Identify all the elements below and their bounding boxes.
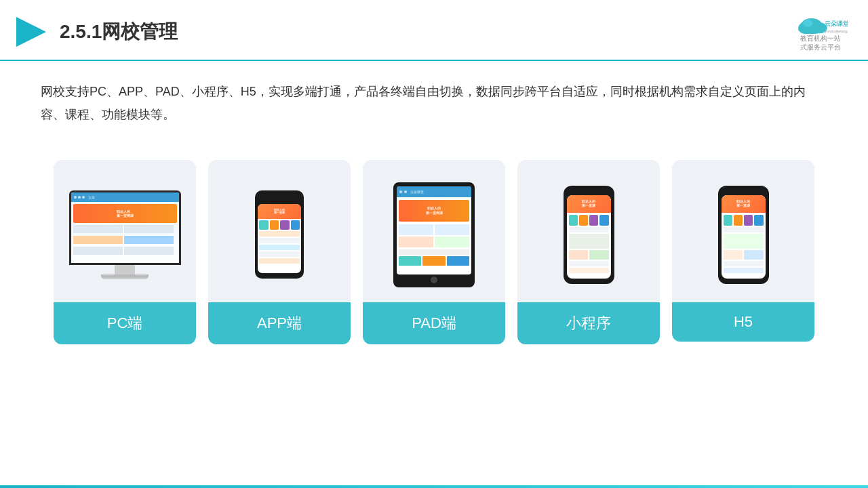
svg-point-5 bbox=[803, 20, 812, 27]
svg-text:yunduoketang.com: yunduoketang.com bbox=[825, 29, 848, 33]
card-pad-label: PAD端 bbox=[363, 302, 505, 344]
page-title: 2.5.1网校管理 bbox=[60, 19, 178, 45]
card-app: 职达人的第一堂课 bbox=[208, 160, 351, 344]
card-miniapp-image: 职达人的第一堂课 bbox=[517, 160, 660, 302]
page-header: 2.5.1网校管理 云朵课堂 yunduoketang.com 教育机构一站 式… bbox=[0, 0, 868, 61]
header-left: 2.5.1网校管理 bbox=[14, 14, 178, 49]
card-h5-image: 职达人的第一堂课 bbox=[672, 160, 814, 302]
card-pc-label: PC端 bbox=[54, 302, 196, 344]
bottom-decoration bbox=[0, 485, 868, 488]
card-app-image: 职达人的第一堂课 bbox=[208, 160, 351, 302]
app-phone-mockup: 职达人的第一堂课 bbox=[255, 190, 304, 279]
logo-icon: 云朵课堂 yunduoketang.com bbox=[793, 12, 848, 37]
card-pc-image: 云朵 职达人的第一堂网课 bbox=[54, 160, 196, 302]
pad-tablet-mockup: 云朵课堂 职达人的第一堂网课 bbox=[393, 182, 475, 287]
card-pad: 云朵课堂 职达人的第一堂网课 bbox=[363, 160, 505, 344]
card-pc: 云朵 职达人的第一堂网课 bbox=[54, 160, 196, 344]
svg-marker-0 bbox=[16, 17, 46, 47]
h5-phone-mockup: 职达人的第一堂课 bbox=[718, 186, 769, 284]
description-text: 网校支持PC、APP、PAD、小程序、H5，实现多端打通，产品各终端自由切换，数… bbox=[0, 61, 868, 133]
card-h5: 职达人的第一堂课 bbox=[672, 160, 814, 342]
svg-text:云朵课堂: 云朵课堂 bbox=[825, 20, 848, 27]
card-app-label: APP端 bbox=[208, 302, 351, 344]
card-pad-image: 云朵课堂 职达人的第一堂网课 bbox=[363, 160, 505, 302]
logo-slogan: 教育机构一站 式服务云平台 bbox=[800, 34, 841, 52]
logo-area: 云朵课堂 yunduoketang.com 教育机构一站 式服务云平台 bbox=[793, 12, 848, 52]
card-h5-label: H5 bbox=[672, 302, 814, 342]
svg-point-4 bbox=[798, 24, 825, 34]
play-icon bbox=[14, 14, 49, 49]
card-miniapp-label: 小程序 bbox=[517, 302, 660, 344]
pc-monitor-mockup: 云朵 职达人的第一堂网课 bbox=[69, 190, 181, 279]
miniapp-phone-mockup: 职达人的第一堂课 bbox=[564, 186, 614, 284]
cards-container: 云朵 职达人的第一堂网课 bbox=[0, 140, 868, 358]
card-miniapp: 职达人的第一堂课 bbox=[517, 160, 660, 344]
description-content: 网校支持PC、APP、PAD、小程序、H5，实现多端打通，产品各终端自由切换，数… bbox=[41, 85, 806, 121]
